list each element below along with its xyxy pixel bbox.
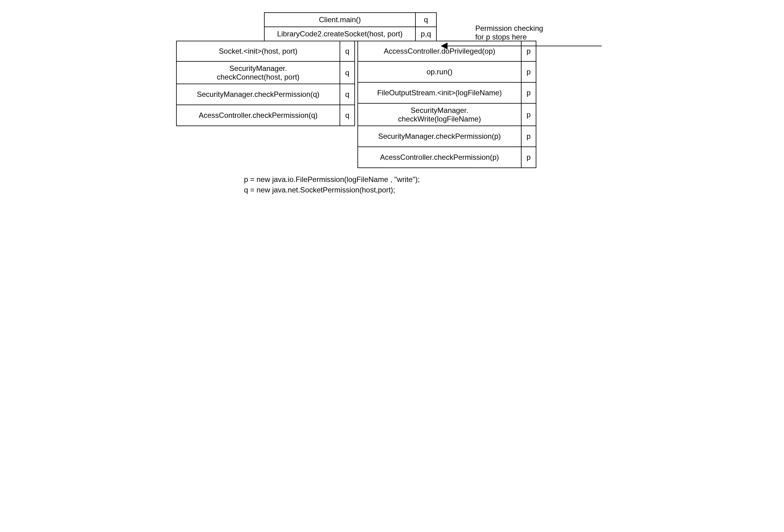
table-row: SecurityManager.checkPermission(q) q [176,84,355,105]
stack-frame-permission: p,q [415,27,437,41]
left-stack: Socket.<init>(host, port) q SecurityMana… [176,41,355,168]
stack-frame-label: FileOutputStream.<init>(logFileName) [358,83,521,104]
annotation: Permission checking for p stops here [441,27,602,46]
stack-frame-label: op.run() [358,62,521,83]
table-row: SecurityManager. checkWrite(logFileName)… [358,104,536,126]
annotation-line2: for p stops here [475,33,543,41]
stack-frame-label: Client.main() [264,12,415,27]
annotation-line1: Permission checking [475,24,543,33]
legend: p = new java.io.FilePermission(logFileNa… [244,174,608,195]
stack-frame-permission: p [521,147,536,168]
stack-frame-permission: p [521,83,536,104]
stack-frame-label: SecurityManager. checkWrite(logFileName) [358,104,521,126]
stack-frame-label: SecurityManager. checkConnect(host, port… [176,62,340,84]
right-stack: AccessController.doPrivileged(op) p op.r… [358,41,536,168]
stack-frame-permission: p [521,104,536,126]
table-row: SecurityManager. checkConnect(host, port… [176,62,355,84]
diagram-container: Permission checking for p stops here Cli… [176,12,608,195]
stack-frame-permission: q [415,12,437,27]
top-stack: Client.main() q LibraryCode2.createSocke… [264,12,437,41]
table-row: AcessController.checkPermission(p) p [358,147,536,168]
table-row: FileOutputStream.<init>(logFileName) p [358,83,536,104]
stack-frame-permission: p [521,62,536,83]
stack-frame-label: LibraryCode2.createSocket(host, port) [264,27,415,41]
stack-frame-permission: q [340,41,355,62]
table-row: Client.main() q [264,12,437,27]
table-row: SecurityManager.checkPermission(p) p [358,126,536,147]
stack-frame-label: SecurityManager.checkPermission(p) [358,126,521,147]
table-row: AcessController.checkPermission(q) q [176,105,355,126]
arrow-line [441,46,602,46]
legend-q: q = new java.net.SocketPermission(host,p… [244,185,608,195]
stack-frame-label: SecurityManager.checkPermission(q) [176,84,340,105]
stack-frame-permission: q [340,62,355,84]
branch-columns: Socket.<init>(host, port) q SecurityMana… [176,41,608,168]
stack-frame-permission: q [340,105,355,126]
table-row: op.run() p [358,62,536,83]
stack-frame-label: AcessController.checkPermission(p) [358,147,521,168]
stack-frame-permission: p [521,126,536,147]
stack-frame-label: AcessController.checkPermission(q) [176,105,340,126]
table-row: LibraryCode2.createSocket(host, port) p,… [264,27,437,41]
stack-frame-permission: q [340,84,355,105]
table-row: Socket.<init>(host, port) q [176,41,355,62]
legend-p: p = new java.io.FilePermission(logFileNa… [244,174,608,185]
stack-frame-label: Socket.<init>(host, port) [176,41,340,62]
annotation-text: Permission checking for p stops here [475,24,543,41]
arrow-head-icon [441,43,448,49]
